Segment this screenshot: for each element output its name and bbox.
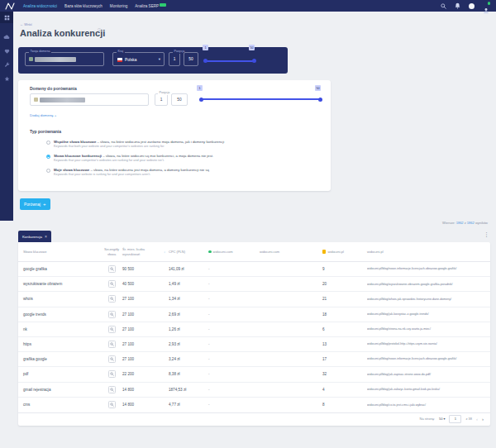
keyword-cell: cms [18, 403, 101, 407]
domain4-url-cell[interactable]: widoczni.pl/blog/co-to-jest-cms-i-jaki-w… [367, 403, 475, 407]
page-input[interactable]: 1 [449, 415, 461, 423]
header-domain3[interactable]: widoczni.pl [316, 250, 367, 254]
next-page-icon[interactable]: › [482, 417, 484, 422]
compare-domain-input[interactable] [30, 93, 149, 106]
header-avg-searches[interactable]: Śr. mies. liczba wyszukiwań↓ [122, 247, 169, 255]
domain4-url-cell[interactable]: widoczni.pl/blog/jak-zapisac-strone-www-… [367, 373, 475, 376]
main-nav: Analiza widoczności Baza słów kluczowych… [23, 4, 166, 8]
keyword-details-button[interactable] [108, 326, 116, 333]
compare-position-to-input[interactable]: 50 [171, 93, 188, 106]
header-keyword[interactable]: Słowo kluczowe [18, 250, 101, 254]
searches-cell: 14 800 [122, 388, 169, 392]
compare-settings-card: Domeny do porównania Pozycja 1 50 1 50 D… [18, 80, 331, 191]
keyword-details-button[interactable] [108, 341, 116, 348]
compare-button[interactable]: Porównaj+ [20, 198, 50, 210]
nav-item-analiza-widocznosci[interactable]: Analiza widoczności [23, 4, 57, 8]
keyword-details-cell [101, 401, 122, 408]
country-select[interactable]: Kraj Polska ▾ [112, 52, 165, 66]
avatar[interactable] [469, 3, 475, 9]
domain1-position-cell: - [202, 297, 260, 301]
sidebar-item-active[interactable] [0, 12, 13, 23]
radio-icon-selected[interactable] [46, 155, 50, 159]
position-slider-handle-min[interactable] [203, 59, 207, 63]
keyword-details-cell [101, 311, 122, 318]
star-icon [4, 76, 10, 82]
sidebar-item-tools[interactable] [0, 58, 13, 72]
keyword-cell: gmail rejestracja [18, 388, 101, 392]
position-slider-handle-max[interactable] [252, 59, 256, 63]
bell-icon[interactable] [455, 2, 460, 9]
domain3-position-cell: 9 [316, 267, 367, 271]
your-domain-field[interactable]: Twoja domena [25, 52, 104, 66]
header-domain2[interactable]: widoczni.com [260, 250, 316, 254]
position-to-input[interactable]: 50 [184, 52, 198, 66]
cpc-cell: 2,69 zł [169, 312, 202, 317]
radio-option-my-keywords[interactable]: Moje słowa kluczowe – słowa, na które wi… [46, 168, 209, 177]
sidebar-item-starred[interactable] [0, 72, 13, 86]
table-menu-icon[interactable]: ⋮ [484, 231, 489, 237]
user-icon-with-status[interactable] [483, 2, 489, 9]
header-domain1[interactable]: widoczni.com [202, 250, 260, 254]
keyword-cell: pdf [18, 372, 101, 376]
header-domain4[interactable]: widoczni.pl [367, 250, 475, 254]
keyword-details-button[interactable] [108, 386, 116, 393]
magnifier-icon [110, 327, 114, 331]
domain3-position-cell: 17 [316, 357, 367, 361]
add-domain-link[interactable]: Dodaj domenę + [30, 113, 56, 117]
magnifier-icon [110, 312, 114, 317]
domain4-url-cell[interactable]: widoczni.pl/blog/jak-korzystac-z-google-… [367, 312, 475, 316]
keyword-details-button[interactable] [108, 265, 116, 273]
filters-panel: Twoja domena Kraj Polska ▾ Pozycja 1 50 … [18, 47, 288, 74]
domain1-position-cell: - [202, 403, 260, 407]
nav-item-monitoring[interactable]: Monitoring [110, 4, 127, 8]
keyword-details-button[interactable] [108, 370, 116, 378]
radio-icon[interactable] [46, 141, 50, 145]
info-icon[interactable]: ⓘ [98, 28, 102, 32]
keyword-details-button[interactable] [108, 295, 116, 303]
domain4-url-cell[interactable]: widoczni.pl/blog/nowe-informacje-licencj… [367, 267, 475, 270]
cpc-cell: 1874,53 zł [169, 388, 202, 392]
compare-slider-track[interactable] [201, 98, 321, 100]
domain4-url-cell[interactable]: widoczni.pl/blog/protokol-http-i-https-c… [367, 342, 475, 346]
domain4-url-cell[interactable]: widoczni.pl/blog/jak-zalozyc-konto-gmail… [367, 388, 475, 391]
sidebar-item-cloud[interactable] [0, 30, 13, 44]
nav-item-analiza-serp[interactable]: Analiza SERP [135, 4, 166, 8]
domain4-url-cell[interactable]: widoczni.pl/blog/nowe-informacje-licencj… [367, 357, 475, 360]
domain4-url-cell[interactable]: widoczni.pl/blog/strona-na-nk-czy-warto-… [367, 327, 475, 331]
searches-cell: 27 100 [122, 297, 169, 301]
domains-heading: Domeny do porównania [30, 86, 77, 91]
sidebar-item-favorites[interactable] [0, 44, 13, 58]
keyword-details-button[interactable] [108, 311, 116, 318]
radio-option-competitor-keywords[interactable]: Słowa kluczowe konkurencji – słowa, na k… [46, 154, 213, 163]
close-icon[interactable]: × [45, 235, 47, 239]
slider-min-tooltip: 1 [203, 45, 208, 50]
compare-slider-handle-min[interactable] [199, 98, 203, 102]
per-page-select[interactable]: 50▾ [439, 417, 445, 421]
keyword-details-button[interactable] [108, 401, 116, 408]
domain4-url-cell[interactable]: widoczni.pl/blog/wyszukiwanie-obrazem-go… [367, 283, 475, 286]
compare-slider-handle-max[interactable] [318, 98, 322, 102]
country-value: Polska [125, 58, 136, 62]
cpc-cell: 1,26 zł [169, 327, 202, 331]
tab-konkurencja[interactable]: Konkurencja× [18, 231, 51, 242]
back-link[interactable]: ← Wróć [20, 22, 32, 26]
searches-cell: 27 100 [122, 357, 169, 361]
position-slider-track[interactable] [205, 60, 255, 62]
senuto-logo-icon[interactable] [5, 2, 15, 10]
search-icon[interactable] [441, 3, 446, 9]
keyword-details-cell [101, 265, 122, 273]
header-cpc[interactable]: CPC (PLN) [169, 250, 202, 254]
nav-item-baza-slow-kluczowych[interactable]: Baza słów kluczowych [64, 4, 103, 8]
keyword-details-button[interactable] [108, 280, 116, 288]
domain4-url-cell[interactable]: widoczni.pl/blog/whois-jak-sprawdzic-his… [367, 298, 475, 301]
app-window: Analiza widoczności Baza słów kluczowych… [0, 0, 496, 448]
keyword-details-button[interactable] [108, 355, 116, 363]
magnifier-icon [110, 403, 114, 407]
position-from-input[interactable]: Pozycja 1 [169, 52, 180, 66]
radio-option-common-keywords[interactable]: Wspólne słowa kluczowe – słowa, na które… [46, 140, 224, 149]
radio-icon[interactable] [46, 169, 50, 173]
compare-position-from-input[interactable]: Pozycja 1 [155, 93, 168, 106]
keyword-cell: nk [18, 327, 101, 331]
magnifier-icon [110, 342, 114, 346]
prev-page-icon[interactable]: ‹ [476, 417, 478, 422]
